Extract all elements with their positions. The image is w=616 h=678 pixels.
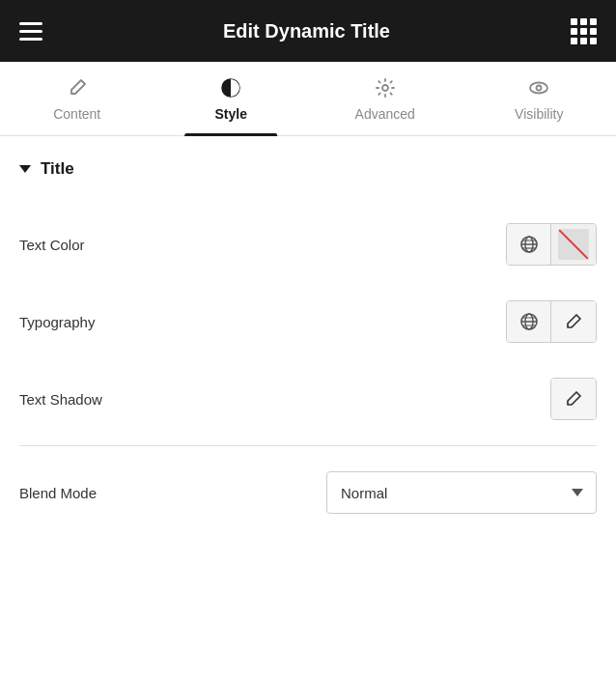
blend-mode-row: Blend Mode Normal Multiply Screen Overla… <box>19 454 597 531</box>
half-circle-icon <box>220 77 241 99</box>
section-title-text: Title <box>41 159 74 179</box>
tab-visibility[interactable]: Visibility <box>462 62 617 135</box>
typography-global-btn[interactable] <box>507 301 551 342</box>
gear-icon <box>375 77 396 99</box>
main-content: Title Text Color Typography <box>0 136 616 554</box>
tab-style[interactable]: Style <box>154 62 309 135</box>
text-shadow-edit-btn[interactable] <box>551 379 596 419</box>
text-color-global-btn[interactable] <box>507 224 551 265</box>
text-color-label: Text Color <box>19 237 85 253</box>
typography-edit-btn[interactable] <box>551 301 596 342</box>
text-shadow-controls <box>550 378 597 420</box>
chevron-down-icon[interactable] <box>19 165 31 173</box>
text-color-controls <box>506 223 597 266</box>
tab-advanced[interactable]: Advanced <box>308 62 462 135</box>
app-header: Edit Dynamic Title <box>0 0 616 62</box>
svg-point-2 <box>530 83 547 94</box>
tab-content[interactable]: Content <box>0 62 154 135</box>
color-slash-indicator <box>558 229 589 260</box>
text-color-row: Text Color <box>19 206 597 283</box>
blend-mode-select-wrapper: Normal Multiply Screen Overlay Darken Li… <box>326 471 597 514</box>
tab-advanced-label: Advanced <box>355 106 415 122</box>
blend-mode-select[interactable]: Normal Multiply Screen Overlay Darken Li… <box>326 471 597 514</box>
svg-point-1 <box>382 85 388 91</box>
header-title: Edit Dynamic Title <box>223 20 390 42</box>
tabs-nav: Content Style Advanced Visibilit <box>0 62 616 136</box>
tab-visibility-label: Visibility <box>515 106 563 122</box>
text-shadow-row: Text Shadow <box>19 360 597 438</box>
text-color-swatch-btn[interactable] <box>551 224 596 265</box>
pencil-icon <box>67 77 88 99</box>
tab-content-label: Content <box>53 106 100 122</box>
text-shadow-label: Text Shadow <box>19 391 102 408</box>
svg-point-3 <box>537 86 542 91</box>
typography-label: Typography <box>19 314 95 330</box>
blend-mode-label: Blend Mode <box>19 485 97 501</box>
hamburger-menu-icon[interactable] <box>19 22 42 41</box>
typography-controls <box>506 300 597 343</box>
section-title-row: Title <box>19 159 597 179</box>
tab-style-label: Style <box>215 106 247 122</box>
typography-row: Typography <box>19 283 597 360</box>
section-divider <box>19 445 597 446</box>
grid-apps-icon[interactable] <box>571 18 597 44</box>
eye-icon <box>528 77 549 99</box>
